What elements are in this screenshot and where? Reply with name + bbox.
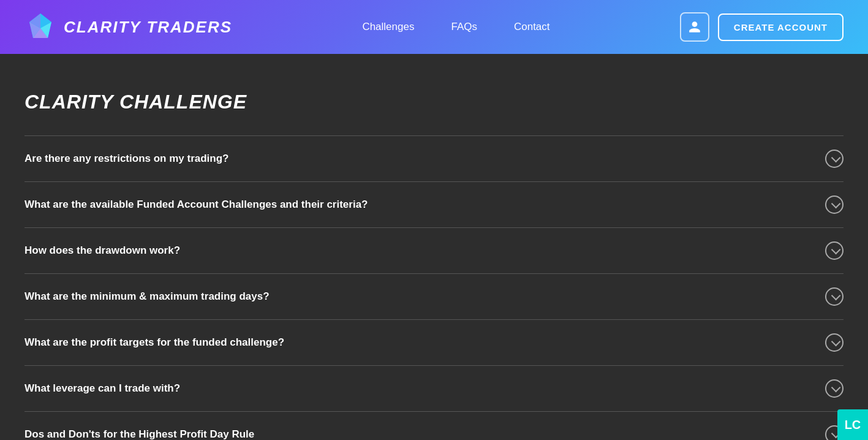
chevron-down-icon [825, 379, 843, 398]
chevron-down-icon [825, 241, 843, 260]
brand-area: CLARITY TRADERS [25, 11, 232, 43]
create-account-button[interactable]: CREATE ACCOUNT [718, 13, 843, 41]
nav-faqs[interactable]: FAQs [451, 21, 477, 33]
faq-question: What are the minimum & maximum trading d… [25, 290, 270, 303]
chevron-down-icon [825, 287, 843, 306]
brand-name-text: CLARITY TRADERS [64, 18, 232, 37]
faq-question: Dos and Don'ts for the Highest Profit Da… [25, 428, 254, 440]
user-account-button[interactable] [680, 12, 709, 42]
main-content: CLARITY CHALLENGE Are there any restrict… [0, 54, 868, 440]
faq-item[interactable]: What leverage can I trade with? [25, 365, 843, 411]
faq-list: Are there any restrictions on my trading… [25, 135, 843, 440]
faq-item[interactable]: Dos and Don'ts for the Highest Profit Da… [25, 411, 843, 440]
corner-widget[interactable]: LC [837, 409, 868, 440]
nav-contact[interactable]: Contact [514, 21, 550, 33]
header-actions: CREATE ACCOUNT [680, 12, 843, 42]
nav-challenges[interactable]: Challenges [362, 21, 414, 33]
faq-item[interactable]: How does the drawdown work? [25, 227, 843, 273]
faq-question: What are the profit targets for the fund… [25, 336, 284, 349]
faq-question: How does the drawdown work? [25, 245, 180, 257]
user-icon [688, 20, 701, 34]
faq-item[interactable]: What are the minimum & maximum trading d… [25, 273, 843, 319]
faq-item[interactable]: Are there any restrictions on my trading… [25, 135, 843, 181]
chevron-down-icon [825, 195, 843, 214]
faq-item[interactable]: What are the profit targets for the fund… [25, 319, 843, 365]
faq-question: What are the available Funded Account Ch… [25, 199, 368, 211]
faq-question: What leverage can I trade with? [25, 382, 180, 395]
faq-item[interactable]: What are the available Funded Account Ch… [25, 181, 843, 227]
section-title: CLARITY CHALLENGE [25, 91, 843, 113]
chevron-down-icon [825, 333, 843, 352]
chevron-down-icon [825, 150, 843, 168]
site-header: CLARITY TRADERS Challenges FAQs Contact … [0, 0, 868, 54]
faq-question: Are there any restrictions on my trading… [25, 153, 228, 165]
main-nav: Challenges FAQs Contact [362, 21, 549, 33]
brand-logo-icon [25, 11, 56, 43]
